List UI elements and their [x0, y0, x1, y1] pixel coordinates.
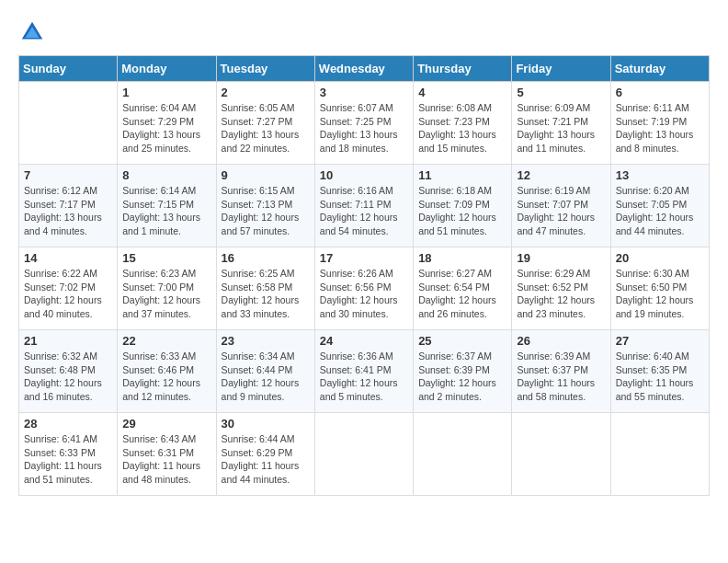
calendar-cell: 13Sunrise: 6:20 AMSunset: 7:05 PMDayligh… — [610, 165, 709, 247]
calendar-cell: 22Sunrise: 6:33 AMSunset: 6:46 PMDayligh… — [118, 330, 216, 413]
calendar-cell: 20Sunrise: 6:30 AMSunset: 6:50 PMDayligh… — [610, 247, 709, 330]
day-info: Sunrise: 6:29 AMSunset: 6:52 PMDaylight:… — [517, 267, 605, 321]
day-number: 26 — [517, 334, 605, 348]
calendar-cell: 15Sunrise: 6:23 AMSunset: 7:00 PMDayligh… — [118, 247, 216, 330]
calendar-cell: 17Sunrise: 6:26 AMSunset: 6:56 PMDayligh… — [314, 247, 413, 330]
calendar-cell — [610, 413, 709, 496]
calendar-header: SundayMondayTuesdayWednesdayThursdayFrid… — [19, 56, 710, 82]
calendar-cell: 19Sunrise: 6:29 AMSunset: 6:52 PMDayligh… — [512, 247, 610, 330]
calendar-cell: 5Sunrise: 6:09 AMSunset: 7:21 PMDaylight… — [512, 82, 610, 165]
weekday-header-friday: Friday — [512, 56, 610, 82]
day-number: 4 — [418, 86, 506, 99]
day-info: Sunrise: 6:14 AMSunset: 7:15 PMDaylight:… — [122, 184, 210, 238]
calendar-cell: 7Sunrise: 6:12 AMSunset: 7:17 PMDaylight… — [19, 165, 118, 247]
day-info: Sunrise: 6:09 AMSunset: 7:21 PMDaylight:… — [517, 101, 605, 155]
calendar-cell: 27Sunrise: 6:40 AMSunset: 6:35 PMDayligh… — [610, 330, 709, 413]
day-info: Sunrise: 6:33 AMSunset: 6:46 PMDaylight:… — [122, 350, 210, 404]
day-info: Sunrise: 6:41 AMSunset: 6:33 PMDaylight:… — [24, 432, 112, 487]
day-info: Sunrise: 6:08 AMSunset: 7:23 PMDaylight:… — [418, 101, 506, 155]
day-info: Sunrise: 6:16 AMSunset: 7:11 PMDaylight:… — [320, 184, 408, 238]
weekday-header-thursday: Thursday — [414, 56, 512, 82]
calendar-cell: 18Sunrise: 6:27 AMSunset: 6:54 PMDayligh… — [414, 247, 512, 330]
day-number: 19 — [517, 251, 605, 265]
calendar-cell: 6Sunrise: 6:11 AMSunset: 7:19 PMDaylight… — [610, 82, 709, 165]
weekday-header-monday: Monday — [118, 56, 216, 82]
day-number: 30 — [222, 417, 310, 431]
day-number: 5 — [517, 86, 605, 99]
calendar-cell — [512, 413, 610, 496]
day-number: 22 — [122, 334, 210, 348]
calendar-week-4: 21Sunrise: 6:32 AMSunset: 6:48 PMDayligh… — [19, 330, 710, 413]
day-number: 1 — [122, 86, 210, 99]
day-info: Sunrise: 6:11 AMSunset: 7:19 PMDaylight:… — [616, 101, 704, 155]
logo-icon — [18, 18, 46, 46]
weekday-header-row: SundayMondayTuesdayWednesdayThursdayFrid… — [19, 56, 710, 82]
calendar-week-1: 1Sunrise: 6:04 AMSunset: 7:29 PMDaylight… — [19, 82, 710, 165]
day-number: 6 — [616, 86, 704, 99]
calendar-week-2: 7Sunrise: 6:12 AMSunset: 7:17 PMDaylight… — [19, 165, 710, 247]
calendar-cell: 29Sunrise: 6:43 AMSunset: 6:31 PMDayligh… — [118, 413, 216, 496]
calendar-cell: 11Sunrise: 6:18 AMSunset: 7:09 PMDayligh… — [414, 165, 512, 247]
day-number: 29 — [122, 417, 210, 431]
day-info: Sunrise: 6:05 AMSunset: 7:27 PMDaylight:… — [222, 101, 310, 155]
day-info: Sunrise: 6:15 AMSunset: 7:13 PMDaylight:… — [222, 184, 310, 238]
day-info: Sunrise: 6:12 AMSunset: 7:17 PMDaylight:… — [24, 184, 112, 238]
calendar-cell: 14Sunrise: 6:22 AMSunset: 7:02 PMDayligh… — [19, 247, 118, 330]
day-info: Sunrise: 6:20 AMSunset: 7:05 PMDaylight:… — [616, 184, 704, 238]
calendar-week-3: 14Sunrise: 6:22 AMSunset: 7:02 PMDayligh… — [19, 247, 710, 330]
calendar-cell — [19, 82, 118, 165]
logo — [18, 18, 50, 46]
day-number: 11 — [418, 168, 506, 182]
day-number: 10 — [320, 168, 408, 182]
calendar-cell: 21Sunrise: 6:32 AMSunset: 6:48 PMDayligh… — [19, 330, 118, 413]
day-info: Sunrise: 6:32 AMSunset: 6:48 PMDaylight:… — [24, 350, 112, 404]
day-number: 7 — [24, 168, 112, 182]
day-number: 21 — [24, 334, 112, 348]
day-info: Sunrise: 6:34 AMSunset: 6:44 PMDaylight:… — [222, 350, 310, 404]
day-number: 17 — [320, 251, 408, 265]
day-number: 2 — [222, 86, 310, 99]
calendar-cell: 3Sunrise: 6:07 AMSunset: 7:25 PMDaylight… — [314, 82, 413, 165]
day-info: Sunrise: 6:43 AMSunset: 6:31 PMDaylight:… — [122, 432, 210, 487]
page-header — [18, 18, 710, 46]
day-number: 14 — [24, 251, 112, 265]
day-number: 24 — [320, 334, 408, 348]
weekday-header-saturday: Saturday — [610, 56, 709, 82]
day-info: Sunrise: 6:04 AMSunset: 7:29 PMDaylight:… — [122, 101, 210, 155]
calendar-cell: 16Sunrise: 6:25 AMSunset: 6:58 PMDayligh… — [216, 247, 314, 330]
day-info: Sunrise: 6:39 AMSunset: 6:37 PMDaylight:… — [517, 350, 605, 404]
day-number: 28 — [24, 417, 112, 431]
calendar-cell: 1Sunrise: 6:04 AMSunset: 7:29 PMDaylight… — [118, 82, 216, 165]
day-number: 25 — [418, 334, 506, 348]
calendar-cell: 2Sunrise: 6:05 AMSunset: 7:27 PMDaylight… — [216, 82, 314, 165]
calendar-cell: 25Sunrise: 6:37 AMSunset: 6:39 PMDayligh… — [414, 330, 512, 413]
day-info: Sunrise: 6:37 AMSunset: 6:39 PMDaylight:… — [418, 350, 506, 404]
day-number: 3 — [320, 86, 408, 99]
calendar-cell: 12Sunrise: 6:19 AMSunset: 7:07 PMDayligh… — [512, 165, 610, 247]
weekday-header-sunday: Sunday — [19, 56, 118, 82]
day-number: 12 — [517, 168, 605, 182]
calendar-cell: 30Sunrise: 6:44 AMSunset: 6:29 PMDayligh… — [216, 413, 314, 496]
day-number: 16 — [222, 251, 310, 265]
day-info: Sunrise: 6:26 AMSunset: 6:56 PMDaylight:… — [320, 267, 408, 321]
day-info: Sunrise: 6:18 AMSunset: 7:09 PMDaylight:… — [418, 184, 506, 238]
day-info: Sunrise: 6:44 AMSunset: 6:29 PMDaylight:… — [222, 432, 310, 487]
day-info: Sunrise: 6:36 AMSunset: 6:41 PMDaylight:… — [320, 350, 408, 404]
day-number: 13 — [616, 168, 704, 182]
day-number: 20 — [616, 251, 704, 265]
day-info: Sunrise: 6:40 AMSunset: 6:35 PMDaylight:… — [616, 350, 704, 404]
day-number: 27 — [616, 334, 704, 348]
day-info: Sunrise: 6:19 AMSunset: 7:07 PMDaylight:… — [517, 184, 605, 238]
weekday-header-tuesday: Tuesday — [216, 56, 314, 82]
calendar-cell: 10Sunrise: 6:16 AMSunset: 7:11 PMDayligh… — [314, 165, 413, 247]
day-number: 15 — [122, 251, 210, 265]
day-number: 8 — [122, 168, 210, 182]
calendar-table: SundayMondayTuesdayWednesdayThursdayFrid… — [18, 55, 710, 496]
calendar-cell: 24Sunrise: 6:36 AMSunset: 6:41 PMDayligh… — [314, 330, 413, 413]
day-number: 18 — [418, 251, 506, 265]
calendar-cell: 9Sunrise: 6:15 AMSunset: 7:13 PMDaylight… — [216, 165, 314, 247]
calendar-body: 1Sunrise: 6:04 AMSunset: 7:29 PMDaylight… — [19, 82, 710, 496]
calendar-cell — [314, 413, 413, 496]
calendar-cell: 8Sunrise: 6:14 AMSunset: 7:15 PMDaylight… — [118, 165, 216, 247]
day-info: Sunrise: 6:22 AMSunset: 7:02 PMDaylight:… — [24, 267, 112, 321]
